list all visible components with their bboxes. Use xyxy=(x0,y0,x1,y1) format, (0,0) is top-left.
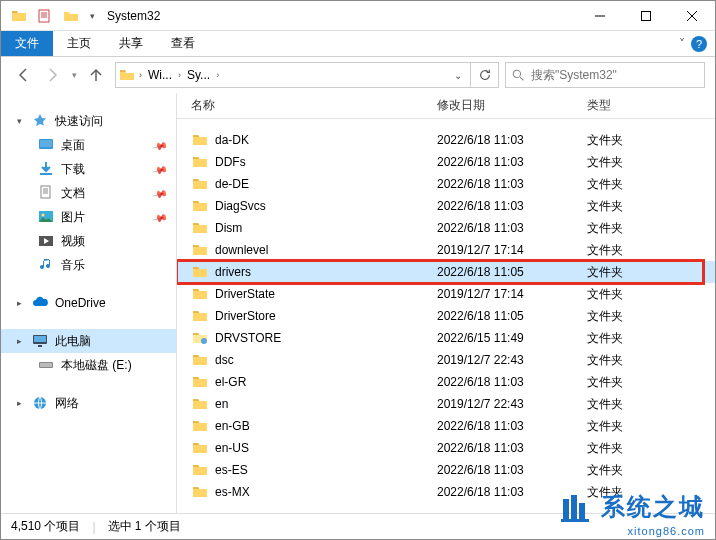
file-type-cell: 文件夹 xyxy=(577,154,677,171)
sidebar-item-downloads[interactable]: 下载📌 xyxy=(1,157,176,181)
file-date-cell: 2022/6/18 11:03 xyxy=(427,485,577,499)
sidebar-item-label: 下载 xyxy=(61,161,85,178)
table-row[interactable] xyxy=(177,119,715,129)
file-name-cell: drivers xyxy=(177,263,427,281)
file-date-cell: 2022/6/15 11:49 xyxy=(427,331,577,345)
breadcrumb-segment[interactable]: Sy... xyxy=(184,64,213,86)
search-input[interactable] xyxy=(531,68,698,82)
file-name: DDFs xyxy=(215,155,246,169)
file-name: en-GB xyxy=(215,419,250,433)
column-type[interactable]: 类型 xyxy=(577,97,677,114)
chevron-right-icon[interactable]: › xyxy=(136,70,145,80)
sidebar-quick-access[interactable]: ▾ 快速访问 xyxy=(1,109,176,133)
folder-icon xyxy=(191,153,209,171)
forward-button[interactable] xyxy=(39,62,65,88)
desktop-icon xyxy=(37,136,55,154)
folder-icon xyxy=(191,395,209,413)
maximize-button[interactable] xyxy=(623,1,669,31)
folder-icon xyxy=(191,131,209,149)
svg-rect-5 xyxy=(41,186,50,198)
sidebar-item-label: 音乐 xyxy=(61,257,85,274)
quick-access-toolbar: ▾ xyxy=(1,4,99,28)
chevron-right-icon[interactable]: ▸ xyxy=(13,298,25,308)
star-icon xyxy=(31,112,49,130)
table-row[interactable]: Dism2022/6/18 11:03文件夹 xyxy=(177,217,715,239)
sidebar-item-local-disk[interactable]: 本地磁盘 (E:) xyxy=(1,353,176,377)
folder-icon xyxy=(7,4,31,28)
file-date-cell: 2022/6/18 11:03 xyxy=(427,177,577,191)
help-icon[interactable]: ? xyxy=(691,36,707,52)
sidebar-item-desktop[interactable]: 桌面📌 xyxy=(1,133,176,157)
chevron-right-icon[interactable]: › xyxy=(213,70,222,80)
address-box[interactable]: › Wi... › Sy... › ⌄ xyxy=(115,62,471,88)
file-date-cell: 2022/6/18 11:03 xyxy=(427,419,577,433)
svg-rect-4 xyxy=(40,140,52,147)
file-name: de-DE xyxy=(215,177,249,191)
tab-home[interactable]: 主页 xyxy=(53,31,105,56)
table-row[interactable]: en2019/12/7 22:43文件夹 xyxy=(177,393,715,415)
file-type-cell: 文件夹 xyxy=(577,462,677,479)
search-box[interactable] xyxy=(505,62,705,88)
sidebar-this-pc[interactable]: ▸此电脑 xyxy=(1,329,176,353)
sidebar-item-documents[interactable]: 文档📌 xyxy=(1,181,176,205)
up-button[interactable] xyxy=(83,62,109,88)
monitor-icon xyxy=(31,332,49,350)
breadcrumb-segment[interactable]: Wi... xyxy=(145,64,175,86)
table-row[interactable]: el-GR2022/6/18 11:03文件夹 xyxy=(177,371,715,393)
table-row[interactable]: dsc2019/12/7 22:43文件夹 xyxy=(177,349,715,371)
address-dropdown-icon[interactable]: ⌄ xyxy=(448,70,468,81)
recent-dropdown-icon[interactable]: ▾ xyxy=(67,62,81,88)
column-name[interactable]: 名称 xyxy=(177,97,427,114)
file-name-cell: DDFs xyxy=(177,153,427,171)
chevron-down-icon[interactable]: ▾ xyxy=(13,116,25,126)
chevron-right-icon[interactable]: ▸ xyxy=(13,336,25,346)
file-type-cell: 文件夹 xyxy=(577,440,677,457)
pin-icon: 📌 xyxy=(152,161,168,177)
sidebar-item-label: 视频 xyxy=(61,233,85,250)
sidebar-item-music[interactable]: 音乐 xyxy=(1,253,176,277)
file-name-cell: downlevel xyxy=(177,241,427,259)
sidebar-network[interactable]: ▸网络 xyxy=(1,391,176,415)
chevron-right-icon[interactable]: ▸ xyxy=(13,398,25,408)
table-row[interactable]: downlevel2019/12/7 17:14文件夹 xyxy=(177,239,715,261)
table-row[interactable]: DRVSTORE2022/6/15 11:49文件夹 xyxy=(177,327,715,349)
file-list-body[interactable]: da-DK2022/6/18 11:03文件夹DDFs2022/6/18 11:… xyxy=(177,119,715,513)
properties-icon[interactable] xyxy=(33,4,57,28)
table-row[interactable]: en-US2022/6/18 11:03文件夹 xyxy=(177,437,715,459)
table-row[interactable]: DriverState2019/12/7 17:14文件夹 xyxy=(177,283,715,305)
table-row[interactable]: DDFs2022/6/18 11:03文件夹 xyxy=(177,151,715,173)
refresh-button[interactable] xyxy=(471,62,499,88)
file-type-cell: 文件夹 xyxy=(577,286,677,303)
table-row[interactable]: DiagSvcs2022/6/18 11:03文件夹 xyxy=(177,195,715,217)
file-type-cell: 文件夹 xyxy=(577,374,677,391)
tab-file[interactable]: 文件 xyxy=(1,31,53,56)
table-row[interactable]: en-GB2022/6/18 11:03文件夹 xyxy=(177,415,715,437)
documents-icon xyxy=(37,184,55,202)
sidebar-onedrive[interactable]: ▸OneDrive xyxy=(1,291,176,315)
table-row[interactable]: es-ES2022/6/18 11:03文件夹 xyxy=(177,459,715,481)
table-row[interactable]: drivers2022/6/18 11:05文件夹 xyxy=(177,261,715,283)
watermark-logo-icon xyxy=(559,489,595,525)
file-date-cell: 2022/6/18 11:05 xyxy=(427,265,577,279)
svg-point-2 xyxy=(513,70,520,77)
back-button[interactable] xyxy=(11,62,37,88)
file-name-cell: DRVSTORE xyxy=(177,329,427,347)
file-name: dsc xyxy=(215,353,234,367)
qat-dropdown-icon[interactable]: ▾ xyxy=(85,4,99,28)
chevron-right-icon[interactable]: › xyxy=(175,70,184,80)
close-button[interactable] xyxy=(669,1,715,31)
sidebar-item-pictures[interactable]: 图片📌 xyxy=(1,205,176,229)
table-row[interactable]: de-DE2022/6/18 11:03文件夹 xyxy=(177,173,715,195)
table-row[interactable]: DriverStore2022/6/18 11:05文件夹 xyxy=(177,305,715,327)
ribbon-expand-icon[interactable]: ˅ xyxy=(679,37,685,51)
file-type-cell: 文件夹 xyxy=(577,330,677,347)
sidebar-item-videos[interactable]: 视频 xyxy=(1,229,176,253)
tab-view[interactable]: 查看 xyxy=(157,31,209,56)
tab-share[interactable]: 共享 xyxy=(105,31,157,56)
minimize-button[interactable] xyxy=(577,1,623,31)
new-folder-icon[interactable] xyxy=(59,4,83,28)
table-row[interactable]: da-DK2022/6/18 11:03文件夹 xyxy=(177,129,715,151)
column-date[interactable]: 修改日期 xyxy=(427,97,577,114)
file-name: el-GR xyxy=(215,375,246,389)
file-name-cell: es-ES xyxy=(177,461,427,479)
